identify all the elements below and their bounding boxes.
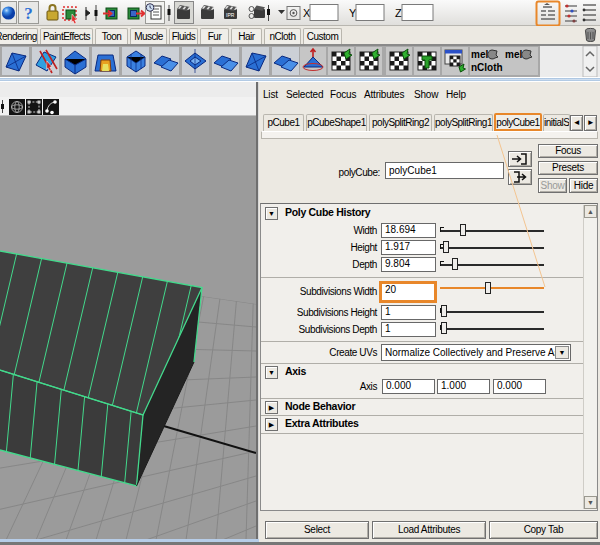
svg-text:mel: mel: [471, 49, 488, 60]
svg-text:mel: mel: [505, 49, 522, 60]
svg-text:?: ?: [24, 4, 33, 23]
svg-text:IPR: IPR: [226, 12, 235, 18]
svg-text:nCloth: nCloth: [471, 62, 503, 73]
